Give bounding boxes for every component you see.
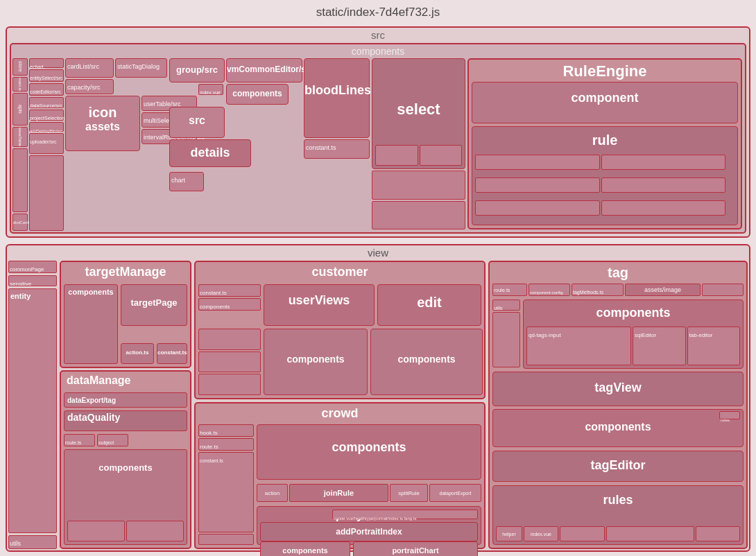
rule-item1 [475,155,600,170]
targetpage-label: targetPage [121,285,187,308]
statictagdialog-item: staticTagDialog [115,58,167,78]
cust-lb3 [198,374,261,395]
rule-item5 [475,200,600,216]
dm-components-label: components [65,450,187,473]
tag-rules-item2 [606,526,694,541]
targetmanage-box: targetManage components targetPage actio… [60,261,191,368]
dataexport-item: dataExport/tag [64,392,187,408]
entity-item: entity [8,288,57,533]
capacity-item: capacity/src [65,79,114,94]
ruleengine-label: RuleEngine [469,60,741,80]
edit-label: edit [378,285,481,311]
ruleengine-box: RuleEngine component rule [467,58,742,229]
commonpage-item: commonPage [8,261,57,273]
groupsrc-box: group/src [169,58,225,82]
cust-lb2 [198,351,261,373]
datamanage-box: dataManage dataExport/tag dataQuality ro… [60,370,191,549]
select-bottom-items [372,171,465,229]
src-col2: echart. entitySelect/src codeEditor/src … [29,58,64,231]
select-label: select [372,59,465,119]
userviews-box: userViews [264,284,375,326]
entityselect-item: entitySelect/src [29,69,64,82]
tag-top-row: route.ts component-config tagMethods.ts … [492,283,744,297]
routets-crowd-item: route.ts [198,438,254,451]
splitrule-item: splitRule [390,484,428,502]
cust-lb1 [198,329,261,350]
vmcommoneditor-box: vmCommonEditor/src [226,58,302,82]
rule-item3 [475,177,600,193]
tag-components-box: components qd-tags-input sqlEditor tab-e… [523,299,744,369]
echart-item: echart. [29,58,64,68]
select-bottom [375,145,462,166]
tageditor-box: tagEditor [492,451,744,482]
actionts-label: action.ts [121,344,153,356]
dataquality-item: dataQuality [64,410,187,431]
select-sub2 [372,201,465,230]
components-small-label: components [227,85,288,98]
cardlist-item: cardList/src [65,58,114,78]
tagview-box: tagView [492,372,744,406]
tag-rules-bottom: helper index.vue [496,526,740,541]
dm-components-box: components [64,449,187,545]
rule-box: rule [472,126,738,225]
basetable-item: baseTable [12,127,28,147]
routets-dm-item: route.ts [64,434,95,446]
components-small-box: components [226,84,289,105]
cust-comp2-label: components [371,329,482,365]
tag-left-mid [492,312,520,367]
customer-box: customer constant.ts components userView… [194,261,486,399]
userviews-label: userViews [264,285,374,308]
view-left-strip: commonPage sensitive entity utils [8,261,57,549]
crowd-actions-row: action joinRule splitRule dataportExport [257,483,481,503]
constantts-src-item: constant.ts [304,139,370,159]
empty1 [12,148,28,212]
rule-item6 [601,200,726,216]
icon-label: icon [66,96,139,121]
actionts-box: action.ts [121,343,154,364]
partyportrait-box: partyPortrait utility/index.ts detail.vu… [257,506,481,545]
tag-components-label: components [524,300,743,320]
addportraitindex-box: addPortraitIndex [260,522,478,541]
dm-sub2 [126,521,184,541]
targetmanage-label: targetManage [61,262,190,279]
select-box: select [372,58,465,169]
hookts-item: hook.ts [198,424,254,437]
assets-label: assets [66,121,139,133]
crowd-label: crowd [196,403,484,421]
constantts-tm-box: constant.ts [157,343,187,364]
pp-components-label: components [261,542,350,555]
tag-misc1 [702,284,744,296]
select-item2 [420,145,463,166]
cust-left-bottom [198,329,261,395]
subject-item: subject [97,434,128,446]
components-label: components [11,46,745,57]
portraitchart-box: portraitChart [353,541,478,556]
tagview-label: tagView [493,372,743,395]
tag-box: tag route.ts component-config tagMethods… [488,261,748,549]
components-cust-item: components [198,298,261,311]
rule-label: rule [472,127,737,148]
groupsrc-label: group/src [170,59,224,75]
codeeditor-item: codeEditor/src [29,83,64,96]
portraitchart-label: portraitChart [354,542,477,555]
tabeditor-item: tab-editor [687,327,741,365]
action-item: action [257,484,288,502]
qdtags-item: qd-tags-input [526,327,631,365]
utils-item: utils [8,535,57,549]
vmcommoneditor-label: vmCommonEditor/src [227,59,302,74]
src-left-strip: store main.ts apis baseTable dictConfig [12,58,28,231]
rules-tiny: rules [719,411,740,419]
src-inner-label: src [170,107,224,127]
rule-item4 [601,177,726,193]
dm-sub-items [67,521,184,541]
rule-items [475,155,734,222]
sensitive-item: sensitive [8,275,57,286]
crowd-box: crowd hook.ts route.ts constant.ts compo… [194,402,486,549]
uploader-item: uploader/src [29,133,64,154]
indexvue-item: index.vue [198,84,223,95]
tagview-comp-box: components rules [492,409,744,447]
addsettingbtn-item: addSettingBtn/src [29,122,64,132]
dm-sub1 [67,521,125,541]
src-section: src components store main.ts apis baseTa… [6,26,750,238]
select-sub1 [372,171,465,200]
